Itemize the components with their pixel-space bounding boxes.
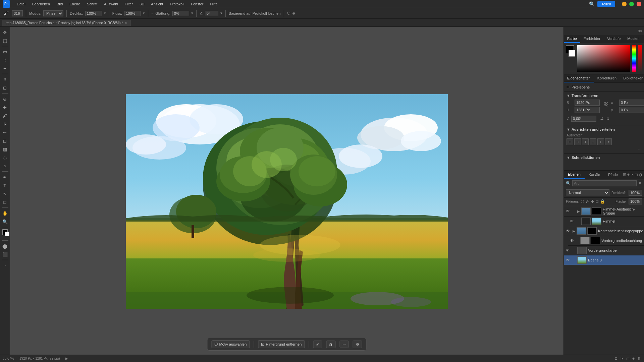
- fx-icon[interactable]: fx: [631, 172, 634, 177]
- status-icon-2[interactable]: fx: [621, 356, 624, 361]
- status-icon-5[interactable]: 🗑: [637, 356, 641, 361]
- panel-collapse-btn[interactable]: ≫: [564, 27, 644, 35]
- menu-bild[interactable]: Bild: [54, 1, 65, 7]
- flache-input[interactable]: [629, 198, 642, 204]
- height-input[interactable]: [575, 107, 600, 113]
- chain-link-icon[interactable]: ⛓: [604, 100, 608, 109]
- menu-bearbeiten[interactable]: Bearbeiten: [30, 1, 53, 7]
- transform-tool[interactable]: ⤢: [313, 341, 322, 348]
- more-tools[interactable]: ···: [1, 261, 9, 269]
- symmetry-icon[interactable]: ⬡: [287, 11, 290, 15]
- fix-position-icon[interactable]: ✚: [591, 199, 594, 204]
- tool-brush-icon[interactable]: 🖌: [2, 10, 10, 17]
- fluss-input[interactable]: [124, 11, 141, 16]
- angle-value-input[interactable]: [571, 116, 596, 122]
- screen-mode[interactable]: ⬛: [1, 250, 9, 258]
- tool-zoom[interactable]: 🔍: [1, 218, 9, 226]
- tool-move[interactable]: ✥: [1, 28, 9, 36]
- layers-filter-icon[interactable]: ▼: [638, 181, 642, 186]
- width-input[interactable]: [575, 100, 600, 106]
- tool-dodge[interactable]: ○: [1, 162, 9, 170]
- tool-history[interactable]: ↩: [1, 128, 9, 136]
- y-input[interactable]: [619, 107, 644, 113]
- deckkr-input[interactable]: [85, 11, 102, 16]
- visibility-icon-2[interactable]: 👁: [570, 219, 575, 224]
- motiv-button[interactable]: ⬡ Motiv auswählen: [211, 340, 250, 348]
- fix-artboard-icon[interactable]: ⊡: [595, 199, 599, 204]
- tool-lasso[interactable]: ⌇: [1, 56, 9, 64]
- menu-ansicht[interactable]: Ansicht: [148, 1, 166, 7]
- angle-arrow[interactable]: ▾: [220, 11, 222, 15]
- mask-icon[interactable]: ◻: [635, 172, 638, 177]
- tab-ebenen[interactable]: Ebenen: [564, 171, 585, 179]
- fix-all-icon[interactable]: 🔒: [600, 199, 605, 204]
- more-options[interactable]: ···: [339, 341, 348, 348]
- align-left[interactable]: ⊢: [567, 138, 573, 145]
- menu-datei[interactable]: Datei: [14, 1, 28, 7]
- align-bottom[interactable]: ⊧: [605, 138, 612, 145]
- tab-verlaufe[interactable]: Verläufe: [604, 35, 624, 43]
- menu-fenster[interactable]: Fenster: [188, 1, 206, 7]
- nav-arrow[interactable]: ▶: [65, 357, 68, 360]
- visibility-icon-4[interactable]: 👁: [570, 238, 574, 243]
- tab-kanale[interactable]: Kanäle: [585, 171, 604, 178]
- tab-korrekturen[interactable]: Korrekturen: [594, 74, 620, 82]
- group-expand-1[interactable]: ▶: [577, 209, 580, 213]
- tool-shape[interactable]: □: [1, 198, 9, 206]
- pressure-icon[interactable]: ⬙: [292, 11, 295, 15]
- tab-eigenschaften[interactable]: Eigenschaften: [564, 74, 594, 82]
- blend-mode-select[interactable]: Normal: [566, 189, 609, 196]
- layer-vordergrundfarbe[interactable]: 👁 Vordergrundfarbe: [564, 246, 644, 255]
- menu-protokoll[interactable]: Protokoll: [167, 1, 187, 7]
- tool-gradient[interactable]: ▦: [1, 145, 9, 153]
- color-gradient-picker[interactable]: [577, 45, 630, 72]
- teilen-button[interactable]: Teilen: [597, 1, 615, 7]
- menu-schrift[interactable]: Schrift: [84, 1, 100, 7]
- search-icon[interactable]: 🔍: [589, 1, 595, 7]
- alpha-slider[interactable]: [638, 45, 642, 72]
- layer-himmel[interactable]: 👁 Himmel: [568, 217, 644, 226]
- hue-slider[interactable]: [632, 45, 636, 72]
- tool-clone[interactable]: ⎘: [1, 120, 9, 128]
- close-button[interactable]: ✕: [637, 2, 641, 6]
- align-top[interactable]: ⊥: [590, 138, 596, 145]
- visibility-icon-3[interactable]: 👁: [566, 229, 570, 233]
- background-color-swatch[interactable]: [569, 50, 575, 57]
- tool-artboard[interactable]: ⬚: [1, 37, 9, 45]
- fix-paint-icon[interactable]: 🖌: [585, 199, 589, 204]
- x-input[interactable]: [619, 100, 644, 106]
- schnell-header[interactable]: ▼ Schnellaktionen: [567, 156, 641, 160]
- visibility-icon-1[interactable]: 👁: [566, 209, 571, 214]
- layer-vordergrund[interactable]: 👁 Vordergrundbeleuchtung: [568, 236, 644, 246]
- status-icon-4[interactable]: +: [632, 356, 635, 361]
- minimize-button[interactable]: —: [622, 2, 627, 6]
- layer-group-himmel-austausch[interactable]: 👁 ▶ Himmel-Austausch-Gruppe: [564, 206, 644, 217]
- hintergrund-button[interactable]: ⊡ Hintergrund entfernen: [258, 340, 305, 348]
- modus-select[interactable]: Pinsel: [43, 10, 63, 16]
- align-right[interactable]: ⊤: [582, 138, 589, 145]
- align-center-h[interactable]: ⊣: [574, 138, 581, 145]
- new-layer-icon[interactable]: +: [627, 172, 630, 177]
- menu-hilfe[interactable]: Hilfe: [208, 1, 220, 7]
- angle-input[interactable]: [205, 11, 218, 16]
- tool-pen[interactable]: ✒: [1, 173, 9, 181]
- opacity-input[interactable]: [629, 190, 642, 196]
- settings-tool[interactable]: ⚙: [353, 341, 362, 348]
- tool-eraser[interactable]: ◻: [1, 137, 9, 145]
- tool-hand[interactable]: ✋: [1, 209, 9, 217]
- tool-perspective[interactable]: ⊡: [1, 84, 9, 92]
- tab-close-button[interactable]: ×: [125, 21, 127, 25]
- tool-wand[interactable]: ✦: [1, 64, 9, 72]
- align-center-v[interactable]: ⊦: [597, 138, 604, 145]
- glattung-input[interactable]: [172, 11, 189, 16]
- tool-type[interactable]: T: [1, 181, 9, 189]
- tab-muster[interactable]: Muster: [624, 35, 642, 43]
- document-tab[interactable]: tree-7186835_Ramon Perucho auf Pixabay.j…: [2, 20, 130, 26]
- fix-transparent-icon[interactable]: ⬡: [581, 199, 584, 204]
- transform-header[interactable]: ▼ Transformieren: [567, 94, 641, 98]
- collapse-icon[interactable]: ≫: [638, 28, 643, 34]
- menu-3d[interactable]: 3D: [137, 1, 147, 7]
- tool-heal[interactable]: ✚: [1, 103, 9, 111]
- layer-ebene0[interactable]: 👁 Ebene 0: [564, 255, 644, 265]
- adjustment-icon[interactable]: ◑: [639, 172, 642, 177]
